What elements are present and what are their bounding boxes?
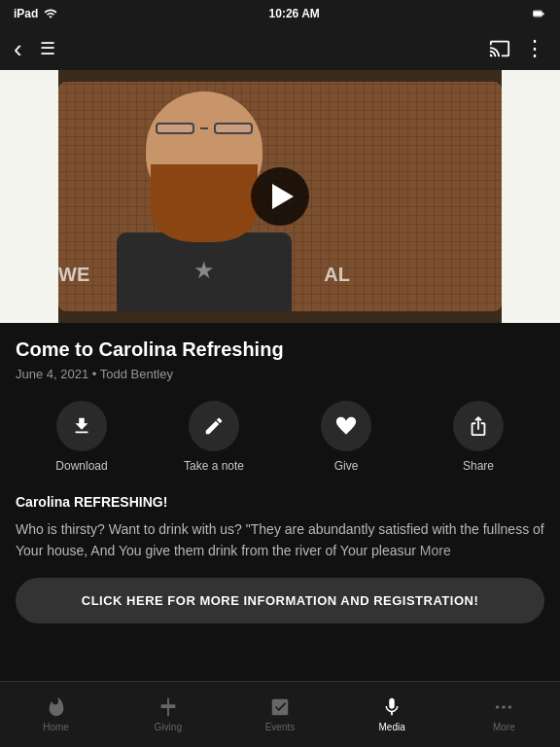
person-beard [151,164,258,242]
svg-rect-1 [542,13,544,16]
tab-giving[interactable]: Giving [129,696,207,732]
give-icon-circle [321,401,371,451]
tab-home-label: Home [43,722,69,732]
content-area: Come to Carolina Refreshing June 4, 2021… [0,323,560,639]
more-link[interactable]: More [420,543,451,558]
description-heading: Carolina REFRESHING! [16,492,544,513]
note-icon [203,415,225,437]
svg-rect-2 [534,12,542,17]
cast-icon[interactable] [489,38,510,59]
status-bar: iPad 10:26 AM [0,0,560,27]
back-button[interactable]: ‹ [14,34,22,64]
device-label: iPad [14,7,38,20]
play-button[interactable] [251,167,309,226]
description: Carolina REFRESHING! Who is thirsty? Wan… [16,492,544,562]
download-icon [71,415,92,437]
sermon-meta: June 4, 2021 • Todd Bentley [16,367,544,381]
video-player[interactable]: ★ WE AL [0,70,560,323]
share-icon-circle [453,401,504,451]
menu-button[interactable]: ☰ [40,38,55,59]
text-overlay-left: WE [58,264,89,286]
more-options-button[interactable]: ⋮ [524,36,546,61]
share-icon [468,415,489,437]
description-text: Who is thirsty? Want to drink with us? "… [16,521,544,558]
video-side-left [0,70,58,323]
giving-cross-icon [158,696,179,718]
video-side-right [502,70,560,323]
battery-icon [531,8,546,19]
events-checkbox-icon [269,696,291,718]
sermon-title: Come to Carolina Refreshing [16,338,544,361]
download-label: Download [55,459,107,473]
tab-events-label: Events [265,722,296,732]
wifi-icon [44,7,57,20]
note-label: Take a note [184,459,244,473]
give-button[interactable]: Give [312,401,380,473]
status-left: iPad [14,7,57,20]
tab-media[interactable]: Media [353,696,431,732]
tab-more-label: More [493,722,515,732]
nav-bar: ‹ ☰ ⋮ [0,27,560,70]
media-mic-icon [381,696,402,718]
share-label: Share [463,459,494,473]
cta-button[interactable]: CLICK HERE FOR MORE INFORMATION AND REGI… [16,578,544,623]
more-dots-icon [493,696,514,718]
tab-bar: Home Giving Events Media More [0,681,560,747]
svg-point-3 [496,705,500,709]
give-icon [335,415,357,437]
person-body: ★ [117,232,292,311]
glasses [156,123,253,134]
give-label: Give [334,459,359,473]
take-note-button[interactable]: Take a note [180,401,248,473]
download-button[interactable]: Download [48,401,116,473]
tab-giving-label: Giving [155,722,182,732]
tab-home[interactable]: Home [18,696,95,732]
download-icon-circle [56,401,107,451]
status-right [531,8,546,19]
nav-left: ‹ ☰ [14,34,55,64]
share-button[interactable]: Share [444,401,512,473]
tab-media-label: Media [379,722,405,732]
svg-point-4 [503,705,507,709]
status-time: 10:26 AM [269,7,320,20]
note-icon-circle [189,401,239,451]
home-flame-icon [46,696,67,718]
text-overlay-right: AL [324,264,350,286]
tab-events[interactable]: Events [241,696,319,732]
description-body: Who is thirsty? Want to drink with us? "… [16,518,544,562]
nav-right: ⋮ [489,36,546,61]
tab-more[interactable]: More [465,696,542,732]
action-buttons: Download Take a note Give [16,401,544,473]
svg-point-5 [508,705,512,709]
